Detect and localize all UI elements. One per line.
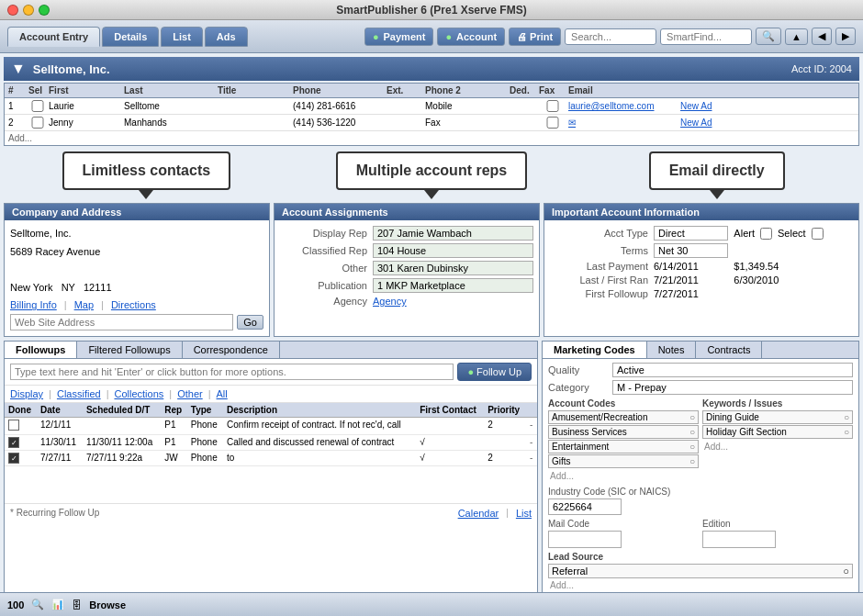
list-link[interactable]: List (516, 508, 532, 519)
first-followup-label: First Followup (550, 288, 648, 299)
row2-first-contact: √ (416, 435, 484, 451)
row2-new-ad[interactable]: New Ad (680, 118, 735, 128)
row2-date: 11/30/11 (37, 435, 83, 451)
directions-link[interactable]: Directions (111, 299, 156, 310)
alert-checkbox[interactable] (760, 228, 772, 240)
tab-followups[interactable]: Followups (5, 342, 77, 358)
company-address: Selltome, Inc. 5689 Racey Avenue New Yor… (10, 226, 263, 296)
tab-notes[interactable]: Notes (647, 342, 697, 358)
keyword-dining: Dining Guide ○ (702, 410, 853, 424)
tab-filtered-followups[interactable]: Filtered Followups (77, 342, 182, 358)
row2-type: Phone (187, 435, 223, 451)
assignments-panel-body: Display Rep 207 Jamie Wambach Classified… (275, 220, 539, 315)
billing-info-link[interactable]: Billing Info (10, 299, 57, 310)
filter-display[interactable]: Display (10, 388, 43, 399)
account-button[interactable]: ● Account (437, 28, 505, 46)
classified-rep-label: Classified Rep (280, 245, 367, 256)
followup-text-input[interactable] (10, 364, 454, 380)
remove-dining[interactable]: ○ (844, 412, 849, 422)
tab-correspondence[interactable]: Correspondence (183, 342, 280, 358)
category-value: M - Prepay (612, 380, 853, 395)
col-ded: Ded. (510, 85, 537, 95)
filter-other[interactable]: Other (177, 388, 203, 399)
tab-marketing-codes[interactable]: Marketing Codes (543, 342, 647, 358)
tab-details[interactable]: Details (102, 27, 159, 47)
row2-email[interactable]: ✉ (568, 118, 678, 128)
website-input[interactable] (10, 314, 233, 330)
col-ext: Ext. (387, 85, 423, 95)
agency-label: Agency (280, 296, 367, 307)
close-icon[interactable] (7, 5, 18, 16)
row1-first-contact (416, 418, 484, 435)
other-value: 301 Karen Dubinsky (373, 261, 533, 275)
th-description: Description (223, 403, 416, 418)
select-checkbox[interactable] (812, 228, 824, 240)
nav-left-button[interactable]: ◀ (812, 28, 832, 45)
quality-row: Quality Active (548, 363, 853, 377)
lead-add[interactable]: Add... (548, 578, 853, 592)
codes-add[interactable]: Add... (548, 469, 699, 483)
arrow-down-1 (139, 190, 153, 199)
row2-checkbox[interactable] (28, 117, 47, 129)
filter-collections[interactable]: Collections (114, 388, 163, 399)
th-date: Date (37, 403, 83, 418)
mail-code-input[interactable] (548, 531, 622, 548)
filter-links: Display | Classified | Collections | Oth… (5, 386, 537, 403)
row2-fax-checkbox[interactable] (539, 117, 566, 129)
keywords-add[interactable]: Add... (702, 440, 853, 454)
publication-value: 1 MKP Marketplace (373, 278, 533, 293)
maximize-icon[interactable] (39, 5, 50, 16)
remove-entertainment[interactable]: ○ (689, 442, 695, 452)
row1-new-ad[interactable]: New Ad (680, 101, 735, 111)
minimize-icon[interactable] (23, 5, 34, 16)
remove-business[interactable]: ○ (689, 427, 695, 437)
nav-up-button[interactable]: ▲ (785, 28, 808, 45)
smartfind-input[interactable] (660, 28, 752, 45)
addr-line2: 5689 Racey Avenue (10, 244, 263, 261)
row1-scheduled (83, 418, 161, 435)
go-button[interactable]: Go (237, 315, 263, 330)
display-rep-row: Display Rep 207 Jamie Wambach (280, 226, 533, 241)
contact-row-1: 1 Laurie Selltome (414) 281-6616 Mobile … (5, 98, 858, 115)
row1-email[interactable]: laurie@selltome.com (568, 101, 678, 111)
payment-button[interactable]: ● Payment (364, 28, 434, 46)
zoom-value: 100 (7, 599, 24, 610)
tab-account-entry[interactable]: Account Entry (7, 27, 100, 47)
agency-link[interactable]: Agency (373, 296, 407, 307)
contacts-header: # Sel First Last Title Phone Ext. Phone … (5, 84, 858, 98)
remove-lead[interactable]: ○ (843, 566, 849, 577)
edition-section: Edition (702, 519, 853, 548)
important-panel-body: Acct Type Direct Alert Select Terms Net … (544, 220, 858, 305)
row3-remove[interactable]: - (526, 451, 537, 466)
industry-code-input[interactable] (548, 498, 622, 515)
tab-ads[interactable]: Ads (205, 27, 248, 47)
map-link[interactable]: Map (74, 299, 94, 310)
follow-up-button[interactable]: ● Follow Up (457, 363, 532, 381)
company-panel: Company and Address Selltome, Inc. 5689 … (4, 203, 270, 337)
row1-checkbox[interactable] (28, 100, 47, 112)
remove-amusement[interactable]: ○ (689, 412, 695, 422)
row2-desc: Called and discussed renewal of contract (223, 435, 416, 451)
other-row: Other 301 Karen Dubinsky (280, 261, 533, 275)
row1-remove[interactable]: - (526, 418, 537, 435)
tab-contracts[interactable]: Contracts (696, 342, 762, 358)
row2-remove[interactable]: - (526, 435, 537, 451)
marketing-tabs: Marketing Codes Notes Contracts (543, 342, 858, 359)
calendar-link[interactable]: Calendar (458, 508, 499, 519)
filter-classified[interactable]: Classified (57, 388, 101, 399)
row1-phone2: Mobile (425, 101, 508, 111)
addr-zip: 12111 (84, 282, 112, 293)
filter-all[interactable]: All (217, 388, 228, 399)
tab-list[interactable]: List (161, 27, 203, 47)
add-contact[interactable]: Add... (5, 131, 858, 145)
remove-holiday[interactable]: ○ (844, 427, 849, 437)
print-button[interactable]: 🖨 Print (509, 28, 561, 46)
quality-label: Quality (548, 364, 612, 375)
search-input[interactable] (565, 28, 656, 45)
nav-right-button[interactable]: ▶ (835, 28, 856, 45)
edition-input[interactable] (702, 531, 776, 548)
row1-fax-checkbox[interactable] (539, 100, 566, 112)
row2-last: Manhands (124, 118, 216, 128)
remove-gifts[interactable]: ○ (689, 456, 695, 466)
search-go-button[interactable]: 🔍 (756, 28, 781, 45)
